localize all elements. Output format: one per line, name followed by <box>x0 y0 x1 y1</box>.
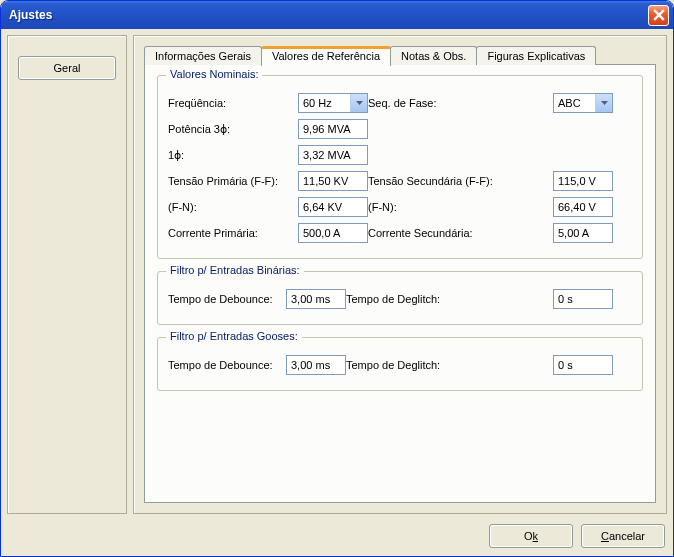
select-frequencia[interactable]: 60 Hz <box>298 93 368 113</box>
input-corrente-secundaria[interactable] <box>553 223 613 243</box>
chevron-down-icon <box>595 94 612 112</box>
label-corrente-secundaria: Corrente Secundária: <box>368 227 553 239</box>
label-deglitch-bin: Tempo de Deglitch: <box>346 293 553 305</box>
select-value: 60 Hz <box>299 97 350 109</box>
tab-body: Valores Nominais: Freqüência: 60 Hz Seq.… <box>144 64 656 503</box>
close-icon <box>653 9 665 21</box>
ok-button[interactable]: Ok <box>489 524 573 548</box>
label-tensao-primaria-ff: Tensão Primária (F-F): <box>168 175 298 187</box>
tab-informacoes-gerais[interactable]: Informações Gerais <box>144 46 262 65</box>
input-tensao-primaria-fn[interactable] <box>298 197 368 217</box>
group-legend: Filtro p/ Entradas Gooses: <box>166 330 302 342</box>
window-title: Ajustes <box>9 8 648 22</box>
dialog-window: Ajustes Geral Informações Gerais Valores… <box>0 0 674 557</box>
chevron-down-icon <box>350 94 367 112</box>
label-deglitch-goose: Tempo de Deglitch: <box>346 359 553 371</box>
close-button[interactable] <box>648 5 669 26</box>
input-deglitch-bin[interactable] <box>553 289 613 309</box>
label-potencia-3f: Potência 3ɸ: <box>168 123 298 136</box>
group-filtro-gooses: Filtro p/ Entradas Gooses: Tempo de Debo… <box>157 337 643 391</box>
tab-figuras-explicativas[interactable]: Figuras Explicativas <box>476 46 596 65</box>
label-frequencia: Freqüência: <box>168 97 298 109</box>
label-debounce-bin: Tempo de Debounce: <box>168 293 286 305</box>
group-legend: Valores Nominais: <box>166 68 262 80</box>
select-value: ABC <box>554 97 595 109</box>
label-tensao-secundaria-fn: (F-N): <box>368 201 553 213</box>
label-debounce-goose: Tempo de Debounce: <box>168 359 286 371</box>
input-potencia-1f[interactable] <box>298 145 368 165</box>
titlebar: Ajustes <box>1 1 673 29</box>
label-potencia-1f: 1ɸ: <box>168 149 298 162</box>
input-corrente-primaria[interactable] <box>298 223 368 243</box>
input-tensao-secundaria-fn[interactable] <box>553 197 613 217</box>
tab-strip: Informações Gerais Valores de Referência… <box>144 46 656 65</box>
sidebar: Geral <box>7 35 127 514</box>
label-tensao-primaria-fn: (F-N): <box>168 201 298 213</box>
group-legend: Filtro p/ Entradas Binárias: <box>166 264 304 276</box>
input-deglitch-goose[interactable] <box>553 355 613 375</box>
tab-valores-referencia[interactable]: Valores de Referência <box>261 46 391 66</box>
label-tensao-secundaria-ff: Tensão Secundária (F-F): <box>368 175 553 187</box>
select-seq-fase[interactable]: ABC <box>553 93 613 113</box>
sidebar-button-geral[interactable]: Geral <box>18 56 116 80</box>
button-bar: Ok Cancelar <box>7 520 667 550</box>
label-corrente-primaria: Corrente Primária: <box>168 227 298 239</box>
input-potencia-3f[interactable] <box>298 119 368 139</box>
main-panel: Informações Gerais Valores de Referência… <box>133 35 667 514</box>
group-filtro-binarias: Filtro p/ Entradas Binárias: Tempo de De… <box>157 271 643 325</box>
input-tensao-primaria-ff[interactable] <box>298 171 368 191</box>
input-debounce-bin[interactable] <box>286 289 346 309</box>
tab-notas-obs[interactable]: Notas & Obs. <box>390 46 477 65</box>
cancel-button[interactable]: Cancelar <box>581 524 665 548</box>
group-valores-nominais: Valores Nominais: Freqüência: 60 Hz Seq.… <box>157 75 643 259</box>
label-seq-fase: Seq. de Fase: <box>368 97 553 109</box>
input-debounce-goose[interactable] <box>286 355 346 375</box>
input-tensao-secundaria-ff[interactable] <box>553 171 613 191</box>
